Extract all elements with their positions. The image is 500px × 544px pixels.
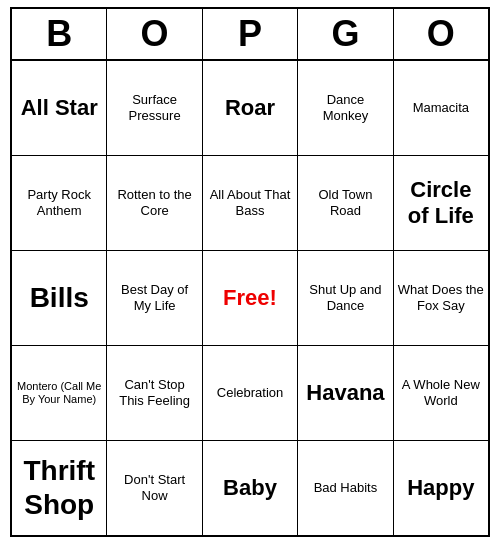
cell-1-1: Rotten to the Core <box>107 156 202 250</box>
cell-1-0: Party Rock Anthem <box>12 156 107 250</box>
cell-3-3: Havana <box>298 346 393 440</box>
cell-0-4: Mamacita <box>394 61 488 155</box>
cell-4-1: Don't Start Now <box>107 441 202 535</box>
header-letter-O-4: O <box>394 9 488 59</box>
header-letter-B-0: B <box>12 9 107 59</box>
cell-4-4: Happy <box>394 441 488 535</box>
cell-3-2: Celebration <box>203 346 298 440</box>
cell-2-0: Bills <box>12 251 107 345</box>
cell-4-0: Thrift Shop <box>12 441 107 535</box>
cell-4-2: Baby <box>203 441 298 535</box>
bingo-body: All StarSurface PressureRoarDance Monkey… <box>12 61 488 535</box>
cell-0-3: Dance Monkey <box>298 61 393 155</box>
cell-4-3: Bad Habits <box>298 441 393 535</box>
bingo-row-2: BillsBest Day of My LifeFree!Shut Up and… <box>12 251 488 346</box>
cell-3-0: Montero (Call Me By Your Name) <box>12 346 107 440</box>
bingo-row-4: Thrift ShopDon't Start NowBabyBad Habits… <box>12 441 488 535</box>
cell-0-2: Roar <box>203 61 298 155</box>
bingo-row-1: Party Rock AnthemRotten to the CoreAll A… <box>12 156 488 251</box>
bingo-card: BOPGO All StarSurface PressureRoarDance … <box>10 7 490 537</box>
cell-2-2: Free! <box>203 251 298 345</box>
cell-0-0: All Star <box>12 61 107 155</box>
cell-2-3: Shut Up and Dance <box>298 251 393 345</box>
cell-2-1: Best Day of My Life <box>107 251 202 345</box>
cell-1-4: Circle of Life <box>394 156 488 250</box>
header-letter-P-2: P <box>203 9 298 59</box>
bingo-row-0: All StarSurface PressureRoarDance Monkey… <box>12 61 488 156</box>
header-letter-G-3: G <box>298 9 393 59</box>
cell-0-1: Surface Pressure <box>107 61 202 155</box>
cell-2-4: What Does the Fox Say <box>394 251 488 345</box>
cell-3-1: Can't Stop This Feeling <box>107 346 202 440</box>
cell-3-4: A Whole New World <box>394 346 488 440</box>
bingo-header: BOPGO <box>12 9 488 61</box>
header-letter-O-1: O <box>107 9 202 59</box>
cell-1-3: Old Town Road <box>298 156 393 250</box>
cell-1-2: All About That Bass <box>203 156 298 250</box>
bingo-row-3: Montero (Call Me By Your Name)Can't Stop… <box>12 346 488 441</box>
